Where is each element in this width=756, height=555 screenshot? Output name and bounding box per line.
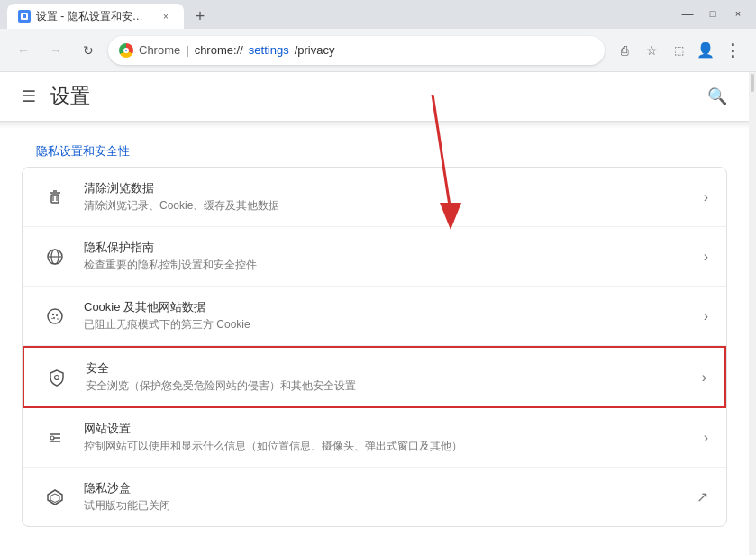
site-settings-subtitle: 控制网站可以使用和显示什么信息（如位置信息、摄像头、弹出式窗口及其他） — [84, 439, 689, 454]
setting-item-cookies[interactable]: Cookie 及其他网站数据 已阻止无痕模式下的第三方 Cookie › — [23, 287, 726, 346]
minimize-button[interactable]: — — [677, 5, 698, 22]
cookies-text: Cookie 及其他网站数据 已阻止无痕模式下的第三方 Cookie — [84, 299, 689, 332]
sandbox-title: 隐私沙盒 — [84, 480, 682, 496]
settings-card: 清除浏览数据 清除浏览记录、Cookie、缓存及其他数据 › — [22, 167, 727, 527]
menu-button[interactable]: ⋮ — [720, 38, 745, 63]
svg-marker-24 — [50, 494, 59, 503]
setting-item-sandbox[interactable]: 隐私沙盒 试用版功能已关闭 ↗ — [23, 468, 726, 526]
search-icon[interactable]: 🔍 — [707, 86, 727, 106]
scrollbar[interactable] — [749, 72, 756, 555]
svg-point-15 — [53, 317, 55, 319]
site-settings-title: 网站设置 — [84, 421, 689, 437]
reload-button[interactable]: ↻ — [76, 38, 101, 63]
share-button[interactable]: ⎙ — [612, 38, 637, 63]
setting-item-privacy-guide[interactable]: 隐私保护指南 检查重要的隐私控制设置和安全控件 › — [23, 227, 726, 287]
cookies-title: Cookie 及其他网站数据 — [84, 299, 689, 315]
security-subtitle: 安全浏览（保护您免受危险网站的侵害）和其他安全设置 — [86, 378, 688, 394]
titlebar: 设置 - 隐私设置和安全性 × + — □ × — [0, 0, 756, 29]
tab-favicon — [18, 10, 31, 23]
svg-point-18 — [55, 375, 59, 379]
active-tab[interactable]: 设置 - 隐私设置和安全性 × — [7, 4, 184, 29]
site-settings-text: 网站设置 控制网站可以使用和显示什么信息（如位置信息、摄像头、弹出式窗口及其他） — [84, 421, 689, 454]
chrome-icon — [119, 43, 133, 58]
privacy-guide-title: 隐私保护指南 — [84, 240, 689, 256]
page-header: ☰ 设置 🔍 — [0, 72, 749, 122]
privacy-icon — [41, 242, 69, 271]
close-button[interactable]: × — [727, 5, 749, 22]
security-title: 安全 — [86, 360, 688, 377]
svg-point-12 — [48, 309, 62, 323]
privacy-guide-text: 隐私保护指南 检查重要的隐私控制设置和安全控件 — [84, 240, 689, 273]
svg-point-22 — [50, 436, 54, 440]
svg-rect-1 — [23, 14, 26, 18]
new-tab-button[interactable]: + — [187, 4, 213, 29]
svg-point-16 — [57, 318, 59, 320]
setting-item-site-settings[interactable]: 网站设置 控制网站可以使用和显示什么信息（如位置信息、摄像头、弹出式窗口及其他）… — [23, 408, 726, 468]
trash-icon — [41, 183, 69, 212]
content-area: ☰ 设置 🔍 隐私设置和安全性 — [0, 72, 749, 555]
account-button[interactable]: 👤 — [693, 38, 718, 63]
tab-strip: 设置 - 隐私设置和安全性 × + — [7, 0, 213, 29]
arrow-icon-security: › — [702, 369, 706, 386]
section-label: 隐私设置和安全性 — [0, 129, 749, 167]
sidebar-toggle-icon[interactable]: ☰ — [22, 86, 36, 106]
arrow-icon-clear: › — [704, 189, 708, 205]
clear-browsing-subtitle: 清除浏览记录、Cookie、缓存及其他数据 — [84, 198, 689, 214]
cookies-subtitle: 已阻止无痕模式下的第三方 Cookie — [84, 317, 689, 332]
clear-browsing-text: 清除浏览数据 清除浏览记录、Cookie、缓存及其他数据 — [84, 180, 689, 214]
svg-rect-4 — [51, 195, 59, 203]
toolbar-right: ⎙ ☆ ⬚ 👤 ⋮ — [612, 38, 745, 63]
svg-point-13 — [52, 313, 54, 314]
tab-title: 设置 - 隐私设置和安全性 — [36, 9, 153, 24]
sandbox-text: 隐私沙盒 试用版功能已关闭 — [84, 480, 682, 514]
main-area: ☰ 设置 🔍 隐私设置和安全性 — [0, 72, 756, 555]
security-text: 安全 安全浏览（保护您免受危险网站的侵害）和其他安全设置 — [86, 360, 688, 394]
tab-search-button[interactable]: ⬚ — [666, 38, 691, 63]
bookmark-button[interactable]: ☆ — [639, 38, 664, 63]
privacy-guide-subtitle: 检查重要的隐私控制设置和安全控件 — [84, 258, 689, 273]
sandbox-subtitle: 试用版功能已关闭 — [84, 498, 682, 514]
back-button[interactable]: ← — [11, 38, 36, 63]
svg-point-17 — [51, 317, 52, 318]
url-separator: | — [186, 43, 188, 57]
arrow-icon-site: › — [704, 430, 708, 446]
clear-browsing-title: 清除浏览数据 — [84, 180, 689, 196]
security-icon — [42, 363, 71, 392]
tab-close-button[interactable]: × — [159, 9, 173, 23]
page-title: 设置 — [50, 83, 90, 110]
arrow-icon-cookies: › — [704, 308, 708, 324]
url-chrome-text: Chrome — [139, 43, 180, 57]
scroll-hint — [0, 122, 749, 129]
setting-item-clear-browsing[interactable]: 清除浏览数据 清除浏览记录、Cookie、缓存及其他数据 › — [23, 168, 726, 227]
addressbar: ← → ↻ Chrome | chrome://settings/privacy… — [0, 29, 756, 72]
sandbox-icon — [41, 483, 69, 512]
svg-point-14 — [56, 314, 58, 316]
url-highlight: settings — [249, 43, 289, 57]
forward-button[interactable]: → — [43, 38, 68, 63]
setting-item-security[interactable]: 安全 安全浏览（保护您免受危险网站的侵害）和其他安全设置 › — [23, 346, 726, 408]
url-path: /privacy — [295, 43, 335, 57]
annotation-container: 清除浏览数据 清除浏览记录、Cookie、缓存及其他数据 › — [0, 167, 749, 527]
url-bar[interactable]: Chrome | chrome://settings/privacy — [108, 36, 605, 65]
url-scheme: chrome:// — [195, 43, 243, 57]
site-icon — [41, 423, 69, 452]
arrow-icon-privacy: › — [704, 249, 708, 265]
cookie-icon — [41, 302, 69, 331]
window-controls: — □ × — [677, 5, 749, 22]
external-link-icon: ↗ — [697, 488, 708, 505]
maximize-button[interactable]: □ — [702, 5, 724, 22]
